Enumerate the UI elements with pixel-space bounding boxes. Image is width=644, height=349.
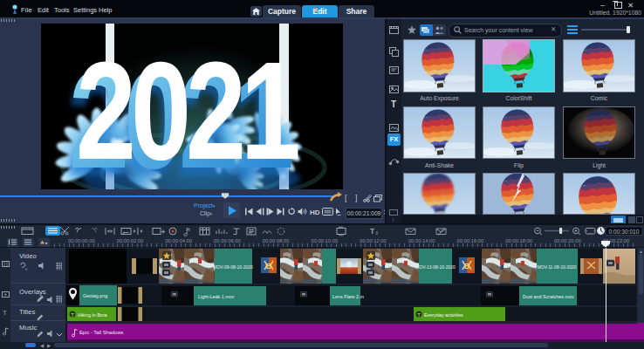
svg-text:T: T <box>71 312 74 318</box>
svg-text:Everyday activities: Everyday activities <box>424 312 463 318</box>
svg-text:0:00:30:010: 0:00:30:010 <box>609 229 640 235</box>
svg-text:MOV-09-08-10-2020: MOV-09-08-10-2020 <box>213 264 253 270</box>
svg-text:HD: HD <box>310 209 320 216</box>
svg-text:T: T <box>417 312 421 318</box>
svg-text:Dust and Scratches.mov: Dust and Scratches.mov <box>523 294 574 299</box>
svg-text:0: 0 <box>376 231 379 236</box>
svg-text:2021: 2021 <box>76 33 298 188</box>
svg-text:MOV-13-08-10-2020: MOV-13-08-10-2020 <box>415 264 456 270</box>
svg-text:T: T <box>391 99 396 109</box>
svg-text:Geotag.png: Geotag.png <box>83 293 107 298</box>
svg-text:T: T <box>370 227 375 236</box>
svg-text:Epic - Tall Shadows: Epic - Tall Shadows <box>79 330 124 335</box>
svg-text:Hiking in Bora: Hiking in Bora <box>78 312 107 318</box>
svg-text:Light-Leak 1.mov: Light-Leak 1.mov <box>198 294 235 299</box>
svg-text:T: T <box>3 309 7 317</box>
svg-text:Lens Flare 2.m: Lens Flare 2.m <box>332 294 364 299</box>
svg-text:MOV-11-08-10-2020: MOV-11-08-10-2020 <box>537 264 576 270</box>
